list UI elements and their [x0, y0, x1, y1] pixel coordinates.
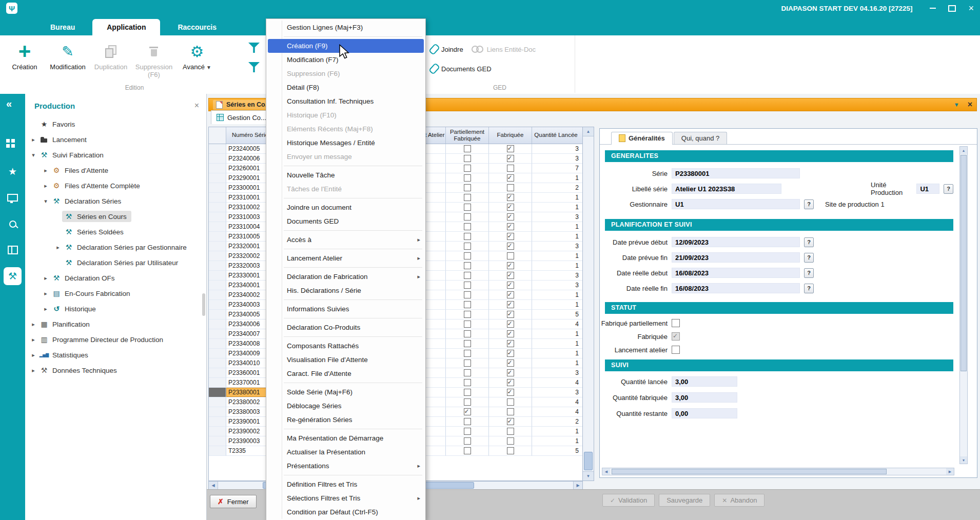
date-prevue-fin-field[interactable]: 21/09/2023	[672, 252, 800, 263]
row-selector[interactable]	[209, 417, 226, 427]
checkbox-icon[interactable]	[507, 389, 514, 396]
detail-vertical-scrollbar[interactable]: ▲ ▼	[959, 146, 968, 464]
menu-item[interactable]: Historique Messages / Entité	[266, 136, 425, 150]
checkbox-icon[interactable]	[464, 252, 471, 259]
menu-item[interactable]: Suppression (F6)	[266, 67, 425, 81]
checkbox-icon[interactable]	[464, 243, 471, 250]
row-selector[interactable]	[209, 397, 226, 407]
checkbox-icon[interactable]	[464, 311, 471, 318]
production-module-icon[interactable]: ⚒	[4, 267, 22, 285]
document-dropdown-icon[interactable]: ▼	[954, 102, 959, 108]
nav-item[interactable]: ▸Files d'Attente Complète	[25, 178, 206, 193]
checkbox-icon[interactable]	[507, 340, 514, 347]
quantite-restante-field[interactable]: 0,00	[672, 408, 737, 418]
menu-item[interactable]: Définition Filtres et Tris	[266, 477, 425, 491]
help-button[interactable]: ?	[804, 237, 814, 247]
checkbox-icon[interactable]	[507, 174, 514, 182]
checkbox-icon[interactable]	[464, 165, 471, 172]
tab-raccourcis[interactable]: Raccourcis	[163, 19, 230, 35]
checkbox-icon[interactable]	[464, 321, 471, 328]
checkbox-icon[interactable]	[464, 184, 471, 191]
row-selector[interactable]	[209, 446, 226, 456]
row-selector[interactable]	[209, 251, 226, 261]
vertical-scrollbar[interactable]: ▲ ▼	[582, 127, 594, 481]
sauvegarde-button[interactable]: Sauvegarde	[659, 494, 710, 507]
suppression-button[interactable]: Suppression (F6)	[132, 38, 175, 87]
nav-item[interactable]: ▸Historique	[25, 301, 206, 316]
checkbox-icon[interactable]	[464, 213, 471, 221]
favorites-icon[interactable]: ★	[4, 163, 22, 181]
checkbox-icon[interactable]	[507, 291, 514, 298]
scroll-left-icon[interactable]: ◀	[602, 468, 610, 475]
help-button[interactable]: ?	[804, 284, 814, 293]
row-selector[interactable]	[209, 436, 226, 446]
menu-item[interactable]: Déclaration Co-Produits	[266, 321, 425, 334]
help-button[interactable]: ?	[804, 268, 814, 278]
checkbox-icon[interactable]	[507, 243, 514, 250]
nav-item[interactable]: ▾Déclaration Séries	[25, 193, 206, 209]
joindre-button[interactable]: Joindre	[429, 42, 465, 57]
fabrique-partiellement-checkbox[interactable]	[672, 319, 680, 327]
checkbox-icon[interactable]	[507, 272, 514, 279]
checkbox-icon[interactable]	[507, 330, 514, 337]
row-selector[interactable]	[209, 222, 226, 232]
menu-item[interactable]: Envoyer un message	[266, 150, 425, 164]
serie-field[interactable]: P23380001	[672, 168, 800, 178]
nav-item[interactable]: Séries en Cours	[25, 209, 206, 224]
menu-item[interactable]: Joindre un document	[266, 201, 425, 214]
abandon-button[interactable]: ✕ Abandon	[714, 494, 765, 507]
checkbox-icon[interactable]	[507, 418, 514, 425]
expander-icon[interactable]: ▾	[42, 198, 50, 205]
menu-item[interactable]: Solde Série (Maj+F6)	[266, 385, 425, 399]
menu-item[interactable]: Présentations▸	[266, 459, 425, 473]
row-selector[interactable]	[209, 310, 226, 319]
tab-bureau[interactable]: Bureau	[36, 19, 89, 35]
maximize-icon[interactable]	[948, 5, 956, 12]
row-selector[interactable]	[209, 164, 226, 173]
menu-item[interactable]: Informations Suivies	[266, 302, 425, 316]
scroll-left-icon[interactable]: ◀	[209, 482, 218, 489]
scroll-up-icon[interactable]: ▲	[583, 127, 594, 136]
checkbox-icon[interactable]	[464, 174, 471, 182]
expander-icon[interactable]: ▸	[29, 136, 37, 143]
row-selector[interactable]	[209, 242, 226, 251]
checkbox-icon[interactable]	[464, 301, 471, 308]
checkbox-icon[interactable]	[507, 282, 514, 289]
row-selector[interactable]	[209, 193, 226, 203]
expander-icon[interactable]: ▸	[42, 306, 50, 312]
nav-item[interactable]: ▸En-Cours Fabrication	[25, 286, 206, 301]
menu-item[interactable]: Composants Rattachés	[266, 339, 425, 353]
header-quantite[interactable]: Quantité Lancée	[532, 127, 583, 144]
checkbox-icon[interactable]	[464, 340, 471, 347]
checkbox-icon[interactable]	[507, 262, 514, 269]
menu-item[interactable]: Caract. File d'Attente	[266, 367, 425, 381]
nav-item[interactable]: ▸Programme Directeur de Production	[25, 332, 206, 347]
expander-icon[interactable]: ▸	[29, 352, 37, 358]
menu-item[interactable]: Historique (F10)	[266, 108, 425, 122]
row-selector[interactable]	[209, 173, 226, 183]
scroll-right-icon[interactable]: ▶	[946, 468, 954, 475]
duplication-button[interactable]: Duplication	[89, 38, 132, 87]
creation-button[interactable]: + Création	[3, 38, 46, 87]
help-button[interactable]: ?	[944, 184, 953, 194]
checkbox-icon[interactable]	[507, 194, 514, 201]
filter-button-2[interactable]	[246, 60, 262, 74]
checkbox-icon[interactable]	[464, 282, 471, 289]
header-fabriquee[interactable]: Fabriquée	[489, 127, 532, 144]
row-selector[interactable]	[209, 358, 226, 368]
checkbox-icon[interactable]	[507, 184, 514, 191]
menu-item[interactable]: Déblocage Séries	[266, 399, 425, 413]
checkbox-icon[interactable]	[507, 233, 514, 240]
detail-horizontal-scrollbar[interactable]: ◀ ▶	[602, 468, 954, 475]
menu-item[interactable]: Consultation Inf. Techniques	[266, 94, 425, 108]
tab-generalites[interactable]: Généralités	[611, 132, 673, 145]
modules-icon[interactable]	[4, 136, 22, 154]
nav-item[interactable]: ▸Files d'Attente	[25, 163, 206, 178]
checkbox-icon[interactable]	[507, 204, 514, 211]
checkbox-icon[interactable]	[507, 252, 514, 259]
checkbox-icon[interactable]	[507, 155, 514, 162]
checkbox-icon[interactable]	[507, 379, 514, 386]
row-selector[interactable]	[209, 290, 226, 300]
close-icon[interactable]: ×	[968, 5, 974, 12]
checkbox-icon[interactable]	[464, 437, 471, 445]
